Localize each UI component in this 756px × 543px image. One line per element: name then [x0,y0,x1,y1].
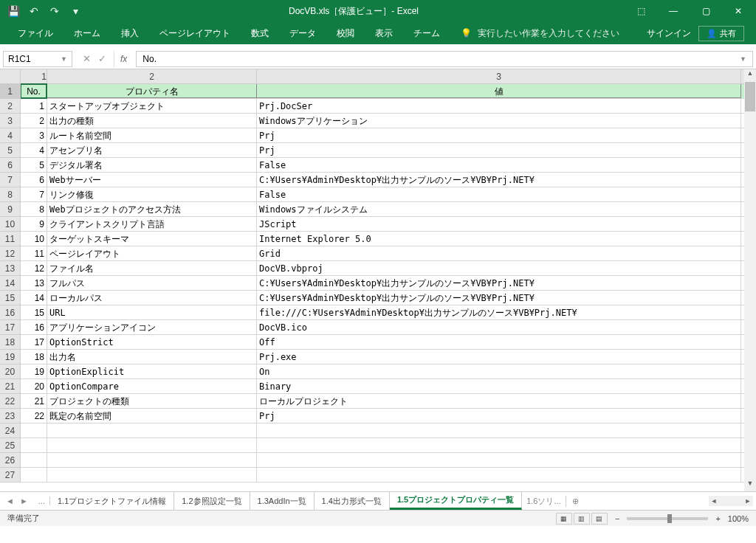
scroll-down-icon[interactable]: ▼ [744,480,756,491]
zoom-slider[interactable] [627,517,708,520]
row-header[interactable]: 19 [0,350,20,364]
cell-value[interactable]: JScript [257,217,741,231]
cell-value[interactable]: Prj.DocSer [257,99,741,113]
column-header[interactable]: 2 [47,69,257,83]
cell-no[interactable]: 6 [21,173,47,187]
cell-value[interactable]: Windowsアプリケーション [257,114,741,128]
row-header[interactable]: 15 [0,291,20,305]
row-header[interactable]: 5 [0,143,20,158]
view-pagebreak-icon[interactable]: ▤ [591,513,608,525]
row-header[interactable]: 4 [0,128,20,143]
sheet-tab[interactable]: 1.4出力形式一覧 [315,492,390,510]
save-icon[interactable]: 💾 [7,5,19,17]
header-cell-value[interactable]: 値 [257,84,741,98]
cell-value[interactable]: On [257,364,741,378]
cell-value[interactable]: C:¥Users¥Admin¥Desktop¥出力サンプルのソース¥VB¥Prj… [257,291,741,305]
scroll-right-icon[interactable]: ► [743,497,753,505]
cell-property[interactable]: Webサーバー [47,173,257,187]
zoom-out-button[interactable]: − [615,514,619,523]
cell-no[interactable]: 10 [21,232,47,246]
ribbon-tab[interactable]: 表示 [365,23,403,44]
cell-value[interactable]: file:///C:¥Users¥Admin¥Desktop¥出力サンプルのソー… [257,305,741,319]
scroll-thumb[interactable] [745,82,755,111]
zoom-in-button[interactable]: + [715,514,720,523]
cell-property[interactable]: OptionCompare [47,379,257,393]
cell-property[interactable]: ページレイアウト [47,246,257,260]
fx-icon[interactable]: fx [114,54,133,64]
cell[interactable] [257,468,741,482]
formula-cancel-icon[interactable]: ✕ [83,53,91,64]
row-header[interactable]: 13 [0,261,20,276]
cell-property[interactable]: ファイル名 [47,261,257,275]
scroll-left-icon[interactable]: ◄ [709,497,719,505]
header-cell-property[interactable]: プロパティ名 [47,84,257,98]
cell-property[interactable]: OptionExplicit [47,364,257,378]
row-header[interactable]: 25 [0,438,20,453]
row-header[interactable]: 14 [0,276,20,291]
cell-no[interactable]: 13 [21,276,47,290]
cell-no[interactable]: 20 [21,379,47,393]
cell-property[interactable]: ローカルパス [47,291,257,305]
cell-no[interactable]: 1 [21,99,47,113]
ribbon-tab[interactable]: 数式 [241,23,279,44]
cell-property[interactable]: OptionStrict [47,335,257,349]
cell-no[interactable]: 21 [21,394,47,408]
cell-property[interactable]: クライアントスクリプト言語 [47,217,257,231]
cell-no[interactable]: 11 [21,246,47,260]
cell-property[interactable]: フルパス [47,276,257,290]
formula-expand-icon[interactable]: ▼ [740,55,746,63]
row-header[interactable]: 8 [0,187,20,202]
cell-value[interactable]: DocVB.vbproj [257,261,741,275]
cell-no[interactable]: 9 [21,217,47,231]
row-header[interactable]: 17 [0,320,20,335]
row-header[interactable]: 2 [0,99,20,114]
cell-no[interactable]: 4 [21,143,47,157]
sheet-tab-truncated[interactable]: 1.6ソリ... [522,496,566,507]
cell-property[interactable]: アプリケーションアイコン [47,320,257,334]
cell-value[interactable]: DocVB.ico [257,320,741,334]
cell[interactable] [21,438,47,452]
row-header[interactable]: 11 [0,232,20,246]
cell-property[interactable]: ルート名前空間 [47,128,257,142]
cell-property[interactable]: 既定の名前空間 [47,409,257,423]
cell-value[interactable]: C:¥Users¥Admin¥Desktop¥出力サンプルのソース¥VB¥Prj… [257,173,741,187]
row-header[interactable]: 12 [0,246,20,261]
row-header[interactable]: 18 [0,335,20,350]
cell-value[interactable]: Internet Explorer 5.0 [257,232,741,246]
row-header[interactable]: 6 [0,158,20,173]
cell-value[interactable]: Windowsファイルシステム [257,202,741,216]
cell-property[interactable]: アセンブリ名 [47,143,257,157]
cell-no[interactable]: 15 [21,305,47,319]
name-box-dropdown-icon[interactable]: ▼ [61,55,67,63]
name-box[interactable]: R1C1 ▼ [3,51,72,67]
cell[interactable] [21,468,47,482]
tab-nav-prev-icon[interactable]: ◄ [6,497,14,505]
ribbon-tab[interactable]: チーム [403,23,450,44]
cell-no[interactable]: 16 [21,320,47,334]
sheet-tab[interactable]: 1.2参照設定一覧 [174,492,250,510]
row-header[interactable]: 23 [0,409,20,423]
cell[interactable] [47,453,257,467]
row-header[interactable]: 20 [0,364,20,379]
view-pagelayout-icon[interactable]: ▥ [574,513,590,525]
share-button[interactable]: 👤 共有 [698,26,744,41]
cell-value[interactable]: Binary [257,379,741,393]
cell-property[interactable]: スタートアップオブジェクト [47,99,257,113]
row-header[interactable]: 16 [0,305,20,320]
cell-property[interactable]: ターゲットスキーマ [47,232,257,246]
cell-value[interactable]: Grid [257,246,741,260]
zoom-level[interactable]: 100% [728,514,749,523]
formula-confirm-icon[interactable]: ✓ [98,53,106,64]
cell[interactable] [47,468,257,482]
cell[interactable] [47,438,257,452]
sheet-tab[interactable]: 1.1プロジェクトファイル情報 [50,492,174,510]
cell-value[interactable]: Prj [257,409,741,423]
cell[interactable] [47,423,257,437]
row-header[interactable]: 24 [0,423,20,438]
cell[interactable] [21,453,47,467]
vertical-scrollbar[interactable]: ▲ ▼ [744,69,756,491]
ribbon-tab[interactable]: 校閲 [326,23,365,44]
cell-no[interactable]: 2 [21,114,47,128]
column-header[interactable]: 3 [257,69,741,83]
ribbon-tab[interactable]: データ [279,23,326,44]
